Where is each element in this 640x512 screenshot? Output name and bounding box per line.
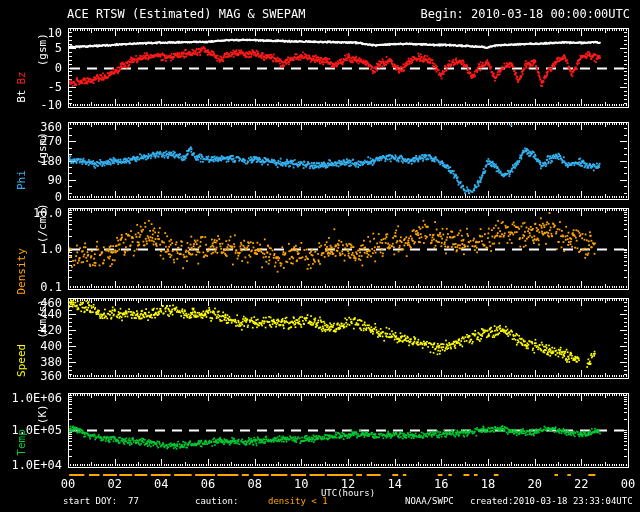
x-tick-label: 08 [242, 477, 268, 491]
plot-title: ACE RTSW (Estimated) MAG & SWEPAM [67, 7, 305, 21]
y-tick-label: 0 [0, 61, 62, 75]
plot-canvas [0, 0, 640, 512]
y-tick-label: 180 [0, 154, 62, 168]
x-tick-label: 16 [428, 477, 454, 491]
y-tick-label: 400 [0, 339, 62, 353]
y-tick-label: 360 [0, 369, 62, 383]
x-tick-label: 22 [568, 477, 594, 491]
y-tick-label: -5 [0, 80, 62, 94]
y-tick-label: 1.0E+04 [0, 458, 62, 472]
y-tick-label: -10 [0, 98, 62, 112]
x-tick-label: 00 [615, 477, 640, 491]
y-tick-label: 1.0E+06 [0, 391, 62, 405]
y-tick-label: 90 [0, 173, 62, 187]
y-tick-label: 0.1 [0, 280, 62, 294]
y-tick-label: 270 [0, 134, 62, 148]
y-tick-label: 10 [0, 26, 62, 40]
footer-agency: NOAA/SWPC [405, 496, 454, 506]
y-tick-label: 380 [0, 355, 62, 369]
y-tick-label: 360 [0, 120, 62, 134]
footer-caution-label: caution: [195, 496, 238, 506]
y-tick-label: 1.0 [0, 242, 62, 256]
y-tick-label: 1.0E+05 [0, 423, 62, 437]
y-tick-label: 5 [0, 41, 62, 55]
x-tick-label: 20 [522, 477, 548, 491]
y-tick-label: 440 [0, 307, 62, 321]
footer-start-doy: start DOY: 77 [63, 496, 139, 506]
x-tick-label: 02 [102, 477, 128, 491]
x-tick-label: 00 [55, 477, 81, 491]
x-tick-label: 10 [288, 477, 314, 491]
footer-caution-value: density < 1 [268, 496, 328, 506]
y-tick-label: 0 [0, 190, 62, 204]
y-tick-label: 10.0 [0, 206, 62, 220]
ace-rtsw-plot: ACE RTSW (Estimated) MAG & SWEPAM Begin:… [0, 0, 640, 512]
temp-unit: (K) [36, 404, 49, 424]
x-tick-label: 12 [335, 477, 361, 491]
y-tick-label: 420 [0, 323, 62, 337]
x-tick-label: 14 [382, 477, 408, 491]
x-tick-label: 18 [475, 477, 501, 491]
begin-timestamp: Begin: 2010-03-18 00:00:00UTC [420, 7, 630, 21]
x-tick-label: 06 [195, 477, 221, 491]
footer-created-timestamp: created:2010-03-18 23:33:04UTC [470, 496, 633, 506]
x-tick-label: 04 [148, 477, 174, 491]
